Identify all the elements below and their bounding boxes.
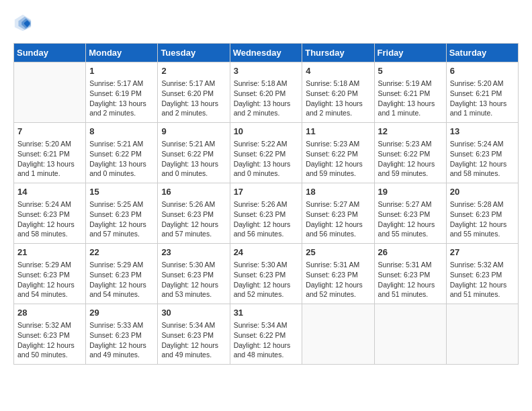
day-cell: 10Sunrise: 5:22 AMSunset: 6:22 PMDayligh… — [230, 123, 302, 183]
day-info: Sunrise: 5:18 AMSunset: 6:20 PMDaylight:… — [234, 79, 299, 118]
day-number: 7 — [17, 126, 82, 138]
day-cell: 2Sunrise: 5:17 AMSunset: 6:20 PMDaylight… — [158, 62, 230, 123]
day-info: Sunrise: 5:27 AMSunset: 6:23 PMDaylight:… — [378, 199, 443, 239]
day-number: 13 — [450, 126, 515, 138]
day-info: Sunrise: 5:21 AMSunset: 6:22 PMDaylight:… — [89, 139, 154, 179]
day-info: Sunrise: 5:34 AMSunset: 6:23 PMDaylight:… — [161, 320, 226, 360]
day-info: Sunrise: 5:28 AMSunset: 6:23 PMDaylight:… — [450, 199, 515, 239]
day-cell: 17Sunrise: 5:26 AMSunset: 6:23 PMDayligh… — [230, 183, 302, 244]
day-number: 3 — [234, 65, 299, 77]
header-tuesday: Tuesday — [158, 44, 230, 62]
day-info: Sunrise: 5:23 AMSunset: 6:22 PMDaylight:… — [378, 139, 443, 179]
day-cell: 31Sunrise: 5:34 AMSunset: 6:22 PMDayligh… — [230, 304, 302, 365]
day-number: 22 — [89, 246, 154, 259]
header-monday: Monday — [86, 44, 158, 62]
day-cell: 13Sunrise: 5:24 AMSunset: 6:23 PMDayligh… — [446, 123, 518, 183]
week-row-4: 28Sunrise: 5:32 AMSunset: 6:23 PMDayligh… — [14, 304, 519, 365]
day-number: 23 — [161, 246, 226, 259]
day-number: 30 — [161, 307, 226, 319]
day-cell: 25Sunrise: 5:31 AMSunset: 6:23 PMDayligh… — [302, 244, 374, 304]
day-number: 31 — [234, 307, 299, 319]
day-info: Sunrise: 5:33 AMSunset: 6:23 PMDaylight:… — [89, 320, 154, 360]
calendar-table: SundayMondayTuesdayWednesdayThursdayFrid… — [13, 43, 519, 365]
day-number: 26 — [378, 246, 443, 259]
day-info: Sunrise: 5:34 AMSunset: 6:22 PMDaylight:… — [234, 320, 299, 360]
week-row-2: 14Sunrise: 5:24 AMSunset: 6:23 PMDayligh… — [14, 183, 519, 244]
day-cell: 16Sunrise: 5:26 AMSunset: 6:23 PMDayligh… — [158, 183, 230, 244]
day-cell: 12Sunrise: 5:23 AMSunset: 6:22 PMDayligh… — [374, 123, 446, 183]
day-info: Sunrise: 5:17 AMSunset: 6:20 PMDaylight:… — [161, 79, 226, 118]
day-info: Sunrise: 5:30 AMSunset: 6:23 PMDaylight:… — [234, 260, 299, 300]
day-cell: 23Sunrise: 5:30 AMSunset: 6:23 PMDayligh… — [158, 244, 230, 304]
header-saturday: Saturday — [446, 44, 518, 62]
day-cell: 24Sunrise: 5:30 AMSunset: 6:23 PMDayligh… — [230, 244, 302, 304]
day-cell: 21Sunrise: 5:29 AMSunset: 6:23 PMDayligh… — [14, 244, 86, 304]
header-thursday: Thursday — [302, 44, 374, 62]
day-info: Sunrise: 5:31 AMSunset: 6:23 PMDaylight:… — [306, 260, 370, 300]
day-cell: 18Sunrise: 5:27 AMSunset: 6:23 PMDayligh… — [302, 183, 374, 244]
day-cell — [374, 304, 446, 365]
day-info: Sunrise: 5:32 AMSunset: 6:23 PMDaylight:… — [450, 260, 515, 300]
day-number: 27 — [450, 246, 515, 259]
day-number: 10 — [234, 126, 299, 138]
day-number: 12 — [378, 126, 443, 138]
logo-icon — [13, 13, 32, 32]
day-number: 14 — [17, 186, 82, 198]
day-cell: 29Sunrise: 5:33 AMSunset: 6:23 PMDayligh… — [86, 304, 158, 365]
day-number: 11 — [306, 126, 370, 138]
page-header — [13, 13, 519, 32]
day-cell: 26Sunrise: 5:31 AMSunset: 6:23 PMDayligh… — [374, 244, 446, 304]
day-info: Sunrise: 5:24 AMSunset: 6:23 PMDaylight:… — [17, 199, 82, 239]
day-cell: 3Sunrise: 5:18 AMSunset: 6:20 PMDaylight… — [230, 62, 302, 123]
day-number: 17 — [234, 186, 299, 198]
day-info: Sunrise: 5:22 AMSunset: 6:22 PMDaylight:… — [234, 139, 299, 179]
day-cell: 14Sunrise: 5:24 AMSunset: 6:23 PMDayligh… — [14, 183, 86, 244]
day-number: 8 — [89, 126, 154, 138]
day-cell: 22Sunrise: 5:29 AMSunset: 6:23 PMDayligh… — [86, 244, 158, 304]
day-cell: 11Sunrise: 5:23 AMSunset: 6:22 PMDayligh… — [302, 123, 374, 183]
day-number: 29 — [89, 307, 154, 319]
day-number: 18 — [306, 186, 370, 198]
day-cell: 20Sunrise: 5:28 AMSunset: 6:23 PMDayligh… — [446, 183, 518, 244]
day-info: Sunrise: 5:18 AMSunset: 6:20 PMDaylight:… — [306, 79, 370, 118]
day-info: Sunrise: 5:27 AMSunset: 6:23 PMDaylight:… — [306, 199, 370, 239]
day-number: 4 — [306, 65, 370, 77]
day-info: Sunrise: 5:29 AMSunset: 6:23 PMDaylight:… — [89, 260, 154, 300]
day-number: 24 — [234, 246, 299, 259]
week-row-1: 7Sunrise: 5:20 AMSunset: 6:21 PMDaylight… — [14, 123, 519, 183]
day-cell: 15Sunrise: 5:25 AMSunset: 6:23 PMDayligh… — [86, 183, 158, 244]
day-cell: 7Sunrise: 5:20 AMSunset: 6:21 PMDaylight… — [14, 123, 86, 183]
week-row-0: 1Sunrise: 5:17 AMSunset: 6:19 PMDaylight… — [14, 62, 519, 123]
day-cell: 4Sunrise: 5:18 AMSunset: 6:20 PMDaylight… — [302, 62, 374, 123]
day-cell — [14, 62, 86, 123]
day-cell: 9Sunrise: 5:21 AMSunset: 6:22 PMDaylight… — [158, 123, 230, 183]
day-number: 25 — [306, 246, 370, 259]
day-info: Sunrise: 5:23 AMSunset: 6:22 PMDaylight:… — [306, 139, 370, 179]
header-row: SundayMondayTuesdayWednesdayThursdayFrid… — [14, 44, 519, 62]
day-cell: 1Sunrise: 5:17 AMSunset: 6:19 PMDaylight… — [86, 62, 158, 123]
day-number: 28 — [17, 307, 82, 319]
day-cell: 27Sunrise: 5:32 AMSunset: 6:23 PMDayligh… — [446, 244, 518, 304]
day-number: 16 — [161, 186, 226, 198]
day-number: 20 — [450, 186, 515, 198]
day-number: 2 — [161, 65, 226, 77]
day-number: 19 — [378, 186, 443, 198]
day-cell: 30Sunrise: 5:34 AMSunset: 6:23 PMDayligh… — [158, 304, 230, 365]
day-info: Sunrise: 5:20 AMSunset: 6:21 PMDaylight:… — [450, 79, 515, 118]
day-cell: 5Sunrise: 5:19 AMSunset: 6:21 PMDaylight… — [374, 62, 446, 123]
day-info: Sunrise: 5:32 AMSunset: 6:23 PMDaylight:… — [17, 320, 82, 360]
day-info: Sunrise: 5:29 AMSunset: 6:23 PMDaylight:… — [17, 260, 82, 300]
week-row-3: 21Sunrise: 5:29 AMSunset: 6:23 PMDayligh… — [14, 244, 519, 304]
day-info: Sunrise: 5:20 AMSunset: 6:21 PMDaylight:… — [17, 139, 82, 179]
day-info: Sunrise: 5:17 AMSunset: 6:19 PMDaylight:… — [89, 79, 154, 118]
day-number: 9 — [161, 126, 226, 138]
day-info: Sunrise: 5:31 AMSunset: 6:23 PMDaylight:… — [378, 260, 443, 300]
header-friday: Friday — [374, 44, 446, 62]
day-info: Sunrise: 5:26 AMSunset: 6:23 PMDaylight:… — [161, 199, 226, 239]
day-number: 15 — [89, 186, 154, 198]
logo — [13, 13, 35, 32]
day-info: Sunrise: 5:24 AMSunset: 6:23 PMDaylight:… — [450, 139, 515, 179]
day-number: 21 — [17, 246, 82, 259]
day-cell: 8Sunrise: 5:21 AMSunset: 6:22 PMDaylight… — [86, 123, 158, 183]
day-cell — [302, 304, 374, 365]
